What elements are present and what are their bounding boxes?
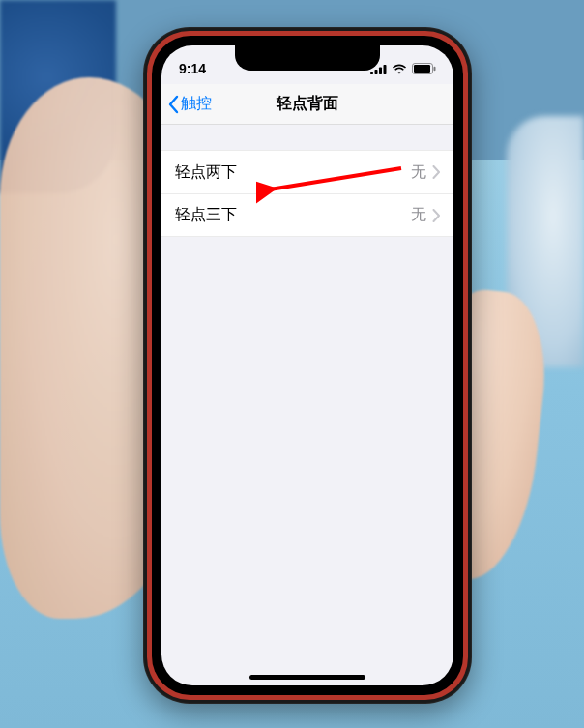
svg-rect-2 — [379, 67, 382, 74]
row-value: 无 — [411, 205, 426, 225]
svg-rect-0 — [370, 72, 373, 74]
phone-frame: 9:14 触控 轻点背面 轻点两下 无 轻点三下 — [143, 27, 472, 704]
settings-list: 轻点两下 无 轻点三下 无 — [161, 150, 453, 237]
home-indicator[interactable] — [249, 675, 365, 680]
notch — [235, 45, 380, 71]
row-label: 轻点三下 — [175, 205, 411, 225]
chevron-left-icon — [167, 95, 179, 114]
chevron-right-icon — [432, 209, 440, 222]
back-label: 触控 — [181, 94, 212, 114]
chevron-right-icon — [432, 165, 440, 179]
wifi-icon — [392, 64, 407, 74]
row-value: 无 — [411, 162, 426, 183]
row-label: 轻点两下 — [175, 162, 411, 183]
status-time: 9:14 — [179, 61, 206, 76]
row-double-tap[interactable]: 轻点两下 无 — [161, 151, 453, 193]
svg-rect-6 — [434, 67, 436, 71]
back-button[interactable]: 触控 — [167, 84, 212, 124]
screen: 9:14 触控 轻点背面 轻点两下 无 轻点三下 — [161, 45, 453, 685]
nav-bar: 触控 轻点背面 — [161, 84, 453, 125]
battery-icon — [412, 63, 436, 74]
row-triple-tap[interactable]: 轻点三下 无 — [161, 193, 453, 236]
svg-rect-3 — [384, 65, 387, 74]
page-title: 轻点背面 — [277, 94, 338, 114]
svg-rect-1 — [375, 70, 378, 74]
svg-rect-5 — [414, 65, 430, 73]
